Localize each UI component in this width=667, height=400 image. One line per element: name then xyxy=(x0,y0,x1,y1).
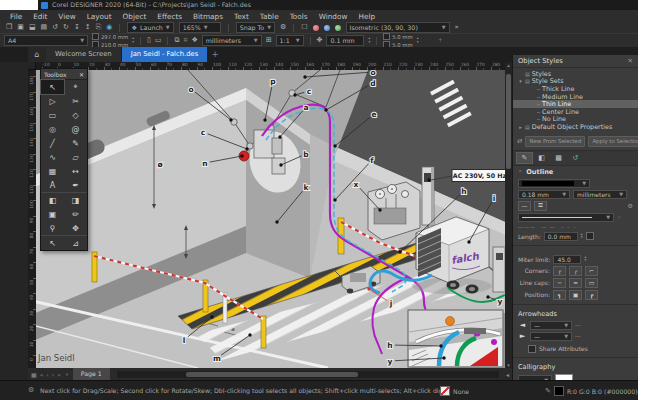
knife-tool[interactable]: ✂ xyxy=(64,94,87,108)
text-tool[interactable]: A xyxy=(41,178,64,192)
horizontal-ruler[interactable]: -100102030405060708090100110120130140150… xyxy=(36,62,505,70)
open-icon[interactable]: ▣ xyxy=(17,22,24,33)
menu-layout[interactable]: Layout xyxy=(87,12,112,21)
menu-edit[interactable]: Edit xyxy=(33,12,47,21)
zoom-level-dropdown[interactable]: 165%▼ xyxy=(179,22,221,33)
outline-status[interactable]: ✎ R:0 G:0 B:0 (#000000) 0.18 mm xyxy=(545,386,638,396)
menu-file[interactable]: File xyxy=(10,12,22,21)
import-icon[interactable]: ↧ xyxy=(74,22,80,33)
smart-fill-tool[interactable]: ◨ xyxy=(64,192,87,207)
corner-round-button[interactable]: ╭ xyxy=(569,266,582,276)
style-sync-icon[interactable]: ⇄ xyxy=(517,137,522,145)
print-icon[interactable]: ▤ xyxy=(41,22,48,33)
duplicate-spinner[interactable]: ▴▾ xyxy=(417,37,419,44)
menu-effects[interactable]: Effects xyxy=(157,12,182,21)
style-style-sets[interactable]: ▾▤Style Sets xyxy=(513,78,638,86)
export-icon[interactable]: ↥ xyxy=(85,22,91,33)
artistic-media-tool[interactable]: ✒ xyxy=(64,178,87,192)
bezier-tool[interactable]: ✎ xyxy=(64,136,87,150)
page-tab[interactable]: Page 1 xyxy=(73,368,110,380)
snap-to-dropdown[interactable]: Snap To▼ xyxy=(236,22,275,33)
curve-tool[interactable]: ∿ xyxy=(41,150,64,164)
nudge-spinner[interactable]: ▴▾ xyxy=(368,37,370,44)
next-page-icon[interactable]: › xyxy=(52,371,54,378)
style-center-line[interactable]: ─Center Line xyxy=(513,108,638,116)
end-arrowhead-dropdown[interactable]: —▼ xyxy=(530,332,572,341)
grid-settings-icon[interactable]: ⌗ xyxy=(183,35,187,46)
projection-preset-green-icon[interactable] xyxy=(335,25,341,31)
portrait-icon[interactable]: ▯ xyxy=(147,35,151,46)
position-center-button[interactable]: ▣ xyxy=(569,290,582,300)
eyedropper-tool[interactable]: ✏ xyxy=(64,207,87,221)
outline-units-dropdown[interactable]: millimeters▼ xyxy=(573,190,627,199)
transparency-tab-icon[interactable]: ▩ xyxy=(551,153,566,163)
dimension-tool[interactable]: ↔ xyxy=(64,164,87,178)
outline-width-dropdown[interactable]: 0.18 mm▼ xyxy=(518,190,570,199)
pan-tool[interactable]: ✥ xyxy=(64,221,87,235)
tab-welcome-screen[interactable]: Welcome Screen xyxy=(46,47,121,62)
collapse-icon[interactable]: ⌃ xyxy=(518,169,522,175)
drawing-plane-checkbox-icon[interactable]: ☐ xyxy=(301,22,307,33)
landscape-icon[interactable]: ▭ xyxy=(155,35,162,46)
page-size-spinner[interactable]: ▴▾ xyxy=(132,37,134,44)
new-tab-button[interactable]: + xyxy=(208,47,222,62)
pdf-icon[interactable]: ⎘ xyxy=(96,22,102,33)
horizontal-scrollbar-thumb[interactable] xyxy=(186,372,358,377)
line-style-dropdown[interactable]: ▼ xyxy=(518,213,614,222)
line-style-double-button[interactable]: 〓 xyxy=(534,201,547,211)
cap-round-button[interactable]: ━ xyxy=(569,278,582,288)
save-icon[interactable]: ⬓ xyxy=(29,22,36,33)
fill-tool[interactable]: ◧ xyxy=(41,192,64,207)
table-tool[interactable]: ▦ xyxy=(41,164,64,178)
gear-icon[interactable]: ⚙ xyxy=(280,22,286,33)
position-outside-button[interactable]: ┓ xyxy=(553,290,566,300)
projection-preset-red-icon[interactable] xyxy=(313,25,319,31)
line-style-solid-button[interactable]: — xyxy=(518,201,531,211)
vertical-scrollbar-thumb[interactable] xyxy=(506,74,511,169)
close-icon[interactable]: ✕ xyxy=(628,57,633,65)
home-tab-icon[interactable]: ⌂ xyxy=(28,47,46,62)
scroll-up-icon[interactable]: ▴ xyxy=(505,62,512,68)
add-icon[interactable]: ＋ xyxy=(437,35,444,46)
end-arrowhead-options-button[interactable]: ⋯ xyxy=(575,333,581,339)
prev-page-icon[interactable]: ‹ xyxy=(46,371,48,378)
projection-dropdown[interactable]: Isometric (30, 90, 30)▼ xyxy=(346,22,450,33)
start-arrowhead-dropdown[interactable]: —▼ xyxy=(530,321,572,330)
last-page-icon[interactable]: » xyxy=(57,371,61,378)
launch-dropdown[interactable]: ❖Launch▼ xyxy=(127,22,173,33)
new-document-icon[interactable]: ❐ xyxy=(6,22,12,33)
cap-square-button[interactable]: ▭ xyxy=(585,278,598,288)
publish-icon[interactable]: ◉ xyxy=(106,22,112,33)
units-dropdown[interactable]: millimeters▼ xyxy=(202,35,262,46)
undo-icon[interactable]: ↺ xyxy=(52,22,58,33)
position-inside-button[interactable]: ┏ xyxy=(585,290,598,300)
scroll-left-icon[interactable]: ◂ xyxy=(506,371,509,378)
outline-color-dropdown[interactable]: ▼ xyxy=(518,179,590,188)
nudge-distance-field[interactable]: 0.1 mm xyxy=(326,35,364,46)
ellipse-tool[interactable]: ◎ xyxy=(41,122,64,136)
length-checkbox[interactable] xyxy=(586,232,594,240)
close-icon[interactable]: ✕ xyxy=(79,71,84,78)
drawing-canvas[interactable]: ø b a xyxy=(28,70,505,368)
page-width-field[interactable]: 297.0 mm xyxy=(101,34,128,40)
menu-bitmaps[interactable]: Bitmaps xyxy=(193,12,223,21)
page-grid-icon[interactable]: ▦ xyxy=(31,371,37,378)
redo-icon[interactable]: ↻ xyxy=(63,22,69,33)
outline-settings-gear-icon[interactable]: ⚙ xyxy=(628,202,633,209)
menu-text[interactable]: Text xyxy=(234,12,249,21)
spiral-tool[interactable]: @ xyxy=(64,122,87,136)
fill-status[interactable]: None xyxy=(440,386,469,396)
shape-edit-tool[interactable]: ⊿ xyxy=(64,235,87,250)
menu-help[interactable]: Help xyxy=(358,12,375,21)
drawing-scale-dropdown[interactable]: 1:1▼ xyxy=(276,35,304,46)
menu-view[interactable]: View xyxy=(58,12,75,21)
miter-limit-field[interactable]: 45.0 xyxy=(553,255,581,264)
miter-spinner[interactable]: ▴▾ xyxy=(584,256,586,263)
length-field[interactable]: 0.0 mm xyxy=(544,232,578,241)
add-page-icon[interactable]: ＋ xyxy=(64,370,70,379)
menu-table[interactable]: Table xyxy=(260,12,279,21)
eraser-tool[interactable]: ▱ xyxy=(64,150,87,164)
toolbar-overflow-chevron[interactable]: » xyxy=(455,22,459,33)
style-medium-line[interactable]: ─Medium Line xyxy=(513,93,638,101)
first-page-icon[interactable]: « xyxy=(40,371,44,378)
